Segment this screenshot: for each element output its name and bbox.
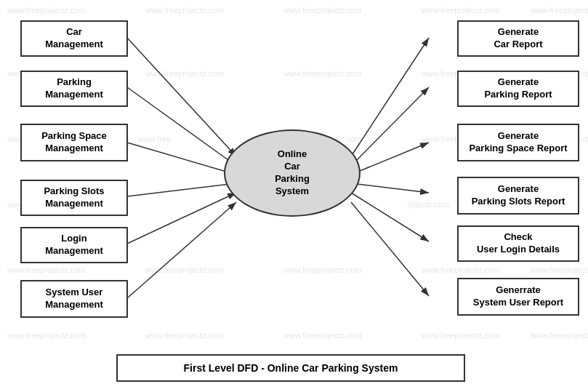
watermark: www.freeprojectz.com — [422, 265, 500, 274]
watermark: www.freeprojectz.com — [422, 331, 500, 340]
center-label: OnlineCarParkingSystem — [275, 148, 310, 198]
watermark: www.freeprojectz.com — [283, 265, 362, 274]
watermark: www.freeprojectz.com — [145, 265, 224, 274]
gen-parking-slots-report-label: GenerateParking Slots Report — [472, 183, 565, 208]
watermark: www.freeprojectz.com — [7, 265, 86, 274]
parking-slots-management-label: Parking SlotsManagement — [44, 185, 104, 210]
svg-line-1 — [127, 38, 236, 156]
svg-line-11 — [351, 193, 429, 241]
watermark: www.freeprojectz.com — [283, 6, 362, 15]
gen-car-report-label: GenerateCar Report — [494, 26, 542, 51]
svg-line-10 — [351, 183, 429, 193]
car-management-box: CarManagement — [20, 20, 128, 57]
watermark: www.free — [138, 135, 171, 143]
parking-space-management-label: Parking SpaceManagement — [41, 130, 107, 155]
svg-line-7 — [351, 38, 429, 156]
watermark: www.freeprojectz.com — [531, 265, 588, 274]
svg-line-2 — [127, 87, 236, 166]
diagram-container: www.freeprojectz.com www.freeprojectz.co… — [0, 0, 588, 392]
title-box: First Level DFD - Online Car Parking Sys… — [116, 354, 465, 382]
gen-parking-slots-report-box: GenerateParking Slots Report — [457, 177, 579, 215]
gen-parking-space-report-label: GenerateParking Space Report — [469, 130, 567, 155]
gen-parking-report-box: GenerateParking Report — [457, 71, 579, 107]
system-user-management-box: System UserManagement — [20, 280, 128, 318]
watermark: www.freeprojectz.com — [531, 331, 588, 340]
car-management-label: CarManagement — [45, 26, 102, 51]
watermark: www.freeprojectz.com — [7, 6, 86, 15]
svg-line-4 — [127, 183, 236, 196]
svg-line-9 — [351, 143, 429, 175]
svg-line-8 — [351, 87, 429, 166]
watermark: www.freeprojectz.com — [531, 6, 588, 15]
watermark: www.freeprojectz.com — [422, 6, 500, 15]
check-user-login-label: CheckUser Login Details — [477, 231, 560, 256]
svg-line-6 — [127, 202, 236, 298]
gen-parking-space-report-box: GenerateParking Space Report — [457, 124, 579, 161]
parking-slots-management-box: Parking SlotsManagement — [20, 180, 128, 216]
svg-line-12 — [351, 202, 429, 296]
center-circle: OnlineCarParkingSystem — [224, 129, 361, 217]
watermark: Jojectz.com — [407, 200, 449, 209]
watermark: www.freeprojectz.com — [145, 6, 224, 15]
title-label: First Level DFD - Online Car Parking Sys… — [184, 362, 398, 374]
watermark: www.freeprojectz.com — [283, 69, 362, 78]
parking-space-management-box: Parking SpaceManagement — [20, 124, 128, 161]
svg-line-3 — [127, 143, 236, 175]
watermark: www.freeprojectz.com — [145, 69, 224, 78]
login-management-box: LoginManagement — [20, 227, 128, 263]
gen-system-user-report-box: GenerrateSystem User Report — [457, 278, 579, 316]
watermark: www.freeprojectz.com — [7, 331, 86, 340]
watermark: www.freeprojectz.com — [145, 331, 224, 340]
parking-management-label: ParkingManagement — [45, 76, 102, 101]
system-user-management-label: System UserManagement — [45, 287, 102, 311]
parking-management-box: ParkingManagement — [20, 71, 128, 107]
gen-parking-report-label: GenerateParking Report — [484, 76, 552, 101]
gen-car-report-box: GenerateCar Report — [457, 20, 579, 57]
login-management-label: LoginManagement — [45, 233, 102, 257]
check-user-login-box: CheckUser Login Details — [457, 225, 579, 262]
svg-line-5 — [127, 193, 236, 244]
gen-system-user-report-label: GenerrateSystem User Report — [473, 284, 563, 309]
watermark: www.freeprojectz.com — [283, 331, 362, 340]
